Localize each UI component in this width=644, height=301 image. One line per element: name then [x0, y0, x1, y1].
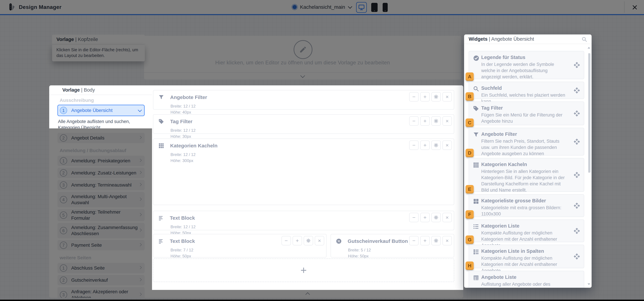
gear-icon [434, 143, 438, 148]
grow-block-button[interactable]: + [420, 236, 430, 245]
remove-block-button[interactable]: × [442, 116, 452, 126]
body-panel-sidebar-top: Vorlage | Body Ausschreibung 1 Angebote … [49, 85, 152, 128]
sidebar-item-label: Anmeldung: Zusatz-Leistungen [71, 170, 138, 176]
widget-tag-filter[interactable]: Tag Filter Fügen Sie ein Menü für die Fi… [469, 102, 584, 125]
gear-icon [434, 238, 438, 243]
move-icon[interactable] [574, 110, 580, 117]
block-settings-button[interactable] [431, 213, 441, 222]
sidebar-item-payment-seite[interactable]: 7Payment Seite [58, 240, 144, 250]
gear-icon [434, 215, 438, 220]
sidebar-item-zusatz-leistungen[interactable]: 2Anmeldung: Zusatz-Leistungen [58, 168, 144, 178]
add-block-button[interactable]: + [153, 258, 454, 282]
widget-suchfeld[interactable]: Suchfeld Ein Suchfeld, welches frei plaz… [469, 82, 584, 99]
block-settings-button[interactable] [431, 141, 441, 150]
grow-block-button[interactable]: + [292, 236, 302, 245]
canvas-block-kategorien-kacheln[interactable]: Kategorien Kacheln Breite: 12 / 12Höhe: … [153, 138, 454, 205]
block-width-value: Breite: 12 / 12 [170, 224, 454, 230]
shrink-block-button[interactable]: − [409, 92, 418, 102]
sidebar-item-termineauswahl[interactable]: 3Anmeldung: Termineauswahl [58, 180, 144, 190]
sidebar-item-abschluss-seite[interactable]: 1Abschluss Seite [58, 263, 144, 273]
widget-kategorieliste-grosse-bilder[interactable]: Kategorieliste grosse Bilder Kategorieli… [469, 194, 584, 217]
sidebar-item-anfragen[interactable]: 3Anfragen: Akzeptieren oder Ablehnen [58, 287, 144, 298]
close-button[interactable]: × [629, 0, 641, 14]
sidebar-item-gutscheinverkauf[interactable]: 2Gutscheinverkauf [58, 275, 144, 285]
sidebar-item-teilnehmer-formular[interactable]: 5Anmeldung: Teilnehmer Formular [58, 209, 144, 221]
widget-kategorien-liste[interactable]: Kategorien Liste Kompakte Auflistung der… [469, 219, 584, 242]
chevron-right-icon [138, 136, 142, 139]
scrollbar-thumb[interactable] [588, 53, 590, 173]
chevron-right-icon [138, 243, 142, 246]
sidebar-item-angebot-details[interactable]: 2 Angebot Details [58, 133, 144, 143]
kopfzeile-editor-main[interactable]: Hier klicken, um den Editor zu öffnen un… [144, 36, 461, 73]
section-label-weitere-seiten: weitere Seiten [60, 255, 152, 260]
canvas-block-gutscheinverkauf-button[interactable]: Gutscheinverkauf Button Breite: 5 / 12Hö… [330, 234, 454, 257]
remove-block-button[interactable]: × [442, 92, 452, 102]
block-settings-button[interactable] [431, 92, 441, 102]
widget-angebote-filter[interactable]: Angebote Filter Filtern Sie nach Preis, … [469, 128, 584, 155]
scrollbar-down-arrow[interactable] [588, 283, 590, 285]
move-icon[interactable] [574, 202, 580, 209]
grow-block-button[interactable]: + [420, 141, 430, 150]
widget-title: Suchfeld [481, 85, 568, 91]
chevron-right-icon [138, 213, 142, 216]
move-icon[interactable] [574, 87, 580, 94]
shrink-block-button[interactable]: − [409, 141, 418, 150]
grow-block-button[interactable]: + [420, 92, 430, 102]
widget-angebote-liste[interactable]: Angebote Liste Auflistung aller Angebote… [469, 271, 584, 288]
sidebar-item-preiskategorien[interactable]: 1Anmeldung: Preiskategorien [58, 156, 144, 166]
widget-kategorien-liste-in-spalten[interactable]: Kategorien Liste in Spalten Kompakte Auf… [469, 245, 584, 268]
kopfzeile-panel-title: Vorlage | Kopfzeile [52, 35, 145, 45]
shrink-block-button[interactable]: − [409, 213, 418, 222]
shrink-block-button[interactable]: − [282, 236, 291, 245]
chevron-right-icon [138, 292, 142, 296]
shrink-block-button[interactable]: − [409, 116, 418, 126]
widget-description: Auflistung aller Angebote oder des [481, 281, 568, 287]
widget-legende-fuer-status[interactable]: Legende für Status In der Legende werden… [469, 51, 584, 79]
mobile-preview-button[interactable] [383, 3, 388, 12]
remove-block-button[interactable]: × [442, 236, 452, 245]
desktop-preview-button[interactable] [356, 2, 367, 13]
block-title: Angebote Filter [170, 94, 207, 100]
block-settings-button[interactable] [431, 116, 441, 126]
block-settings-button[interactable] [304, 236, 313, 245]
kopfzeile-editor-area[interactable]: Hier klicken, um den Editor zu öffnen un… [144, 36, 461, 80]
widget-kategorien-kacheln[interactable]: Kategorien Kacheln Hinterlegen Sie in al… [469, 158, 584, 192]
selected-page-description: Alle Angebote auflisten und suchen, Kate… [58, 119, 144, 128]
grow-block-button[interactable]: + [420, 116, 430, 126]
canvas-block-tag-filter[interactable]: Tag Filter Breite: 12 / 12Höhe: 30px −+× [153, 114, 454, 134]
template-view-select[interactable]: Kachelansicht_main [292, 0, 352, 14]
move-icon[interactable] [574, 227, 580, 234]
widget-title: Kategorieliste grosse Bilder [481, 198, 568, 203]
canvas-block-text-block[interactable]: Text Block Breite: 12 / 12Höhe: 50px −+× [153, 211, 454, 230]
remove-block-button[interactable]: × [442, 141, 452, 150]
canvas-block-angebote-filter[interactable]: Angebote Filter Breite: 12 / 12Höhe: 40p… [153, 90, 454, 110]
search-icon [582, 37, 587, 42]
remove-block-button[interactable]: × [442, 213, 452, 222]
sidebar-item-zusammenfassung[interactable]: 6Anmeldung: Zusammenfassung Abschliessen [58, 223, 144, 238]
collapse-header-control[interactable] [144, 73, 461, 80]
canvas-block-text-block-small[interactable]: Text Block Breite: 7 / 12Höhe: 50px −+× [153, 234, 326, 257]
shrink-block-button[interactable]: − [409, 236, 418, 245]
move-icon[interactable] [574, 253, 580, 260]
percent-circle-icon [336, 238, 342, 244]
move-icon[interactable] [574, 62, 580, 68]
block-settings-button[interactable] [431, 236, 441, 245]
widget-description: In der Legende werden die Symbole welche… [481, 61, 568, 80]
move-icon[interactable] [574, 138, 580, 145]
remove-block-button[interactable]: × [315, 236, 324, 245]
move-icon[interactable] [574, 172, 580, 178]
sidebar-item-label: Anfragen: Akzeptieren oder Ablehnen [71, 289, 138, 298]
list-columns-icon [473, 249, 479, 255]
table-icon [473, 275, 479, 281]
sidebar-item-label: Anmeldung: Preiskategorien [71, 158, 138, 164]
sidebar-item-multi-angebot[interactable]: 4Anmeldung: Multi-Angebot Auswahl [58, 192, 144, 207]
collapse-body-control[interactable] [152, 290, 463, 298]
shortcut-badge: B [466, 92, 474, 101]
widget-search-button[interactable] [582, 37, 587, 42]
layout-canvas[interactable]: Angebote Filter Breite: 12 / 12Höhe: 40p… [152, 85, 463, 290]
tablet-preview-button[interactable] [371, 3, 378, 12]
sidebar-item-angebote-uebersicht[interactable]: 1 Angebote Übersicht [58, 105, 144, 116]
page-bottom-edge [0, 300, 644, 301]
scrollbar-up-arrow[interactable] [588, 47, 590, 49]
grow-block-button[interactable]: + [420, 213, 430, 222]
